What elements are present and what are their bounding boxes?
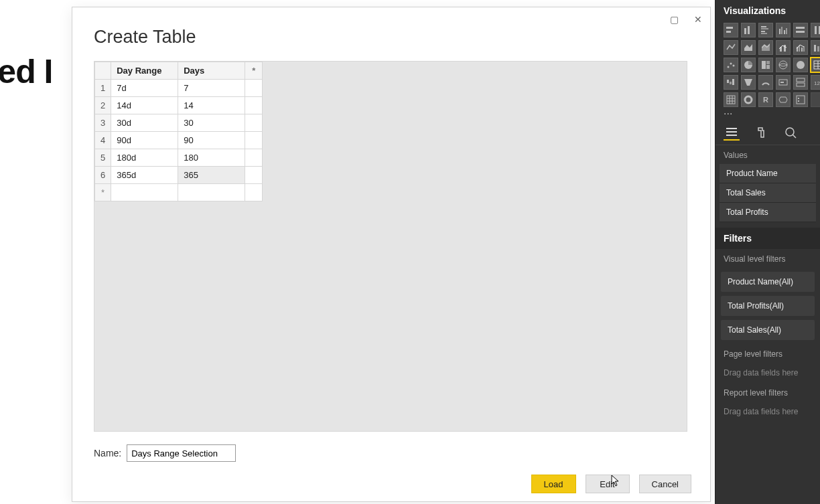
analytics-tab-icon[interactable] xyxy=(782,124,799,141)
clustered-bar-chart-icon[interactable] xyxy=(758,23,773,37)
line-clustered-column-icon[interactable] xyxy=(793,40,808,55)
value-field-chip[interactable]: Total Profits xyxy=(720,203,816,222)
waterfall-chart-icon[interactable] xyxy=(724,75,738,90)
line-chart-icon[interactable] xyxy=(724,40,738,55)
cell-dayrange[interactable] xyxy=(111,184,178,201)
cell-empty[interactable] xyxy=(245,80,263,97)
gauge-icon[interactable] xyxy=(758,75,773,90)
custom-visual-placeholder-icon[interactable] xyxy=(811,92,820,107)
visual-filter-chip[interactable]: Product Name(All) xyxy=(721,272,815,292)
value-field-chip[interactable]: Product Name xyxy=(720,164,816,183)
cell-dayrange[interactable]: 90d xyxy=(111,132,178,149)
arcgis-map-icon[interactable] xyxy=(776,92,791,107)
scatter-chart-icon[interactable] xyxy=(724,58,738,72)
report-level-drop-area[interactable]: Drag data fields here xyxy=(715,402,820,422)
multi-row-card-icon[interactable] xyxy=(793,75,808,90)
svg-rect-0 xyxy=(726,27,733,29)
table-row[interactable]: 3 30d 30 xyxy=(95,114,263,132)
column-header-days[interactable]: Days xyxy=(178,62,245,80)
clustered-column-chart-icon[interactable] xyxy=(776,23,791,37)
row-number: 3 xyxy=(95,114,111,132)
cell-days[interactable]: 30 xyxy=(178,114,245,132)
svg-rect-13 xyxy=(796,31,805,33)
table-row[interactable]: 6 365d 365 xyxy=(95,167,263,184)
new-row[interactable]: * xyxy=(95,184,263,201)
kpi-icon[interactable]: 123 xyxy=(811,75,820,90)
area-chart-icon[interactable] xyxy=(741,40,756,55)
format-tab-icon[interactable] xyxy=(753,124,769,141)
cell-dayrange[interactable]: 14d xyxy=(111,97,178,114)
table-name-input[interactable] xyxy=(127,444,236,462)
cell-dayrange[interactable]: 180d xyxy=(111,149,178,167)
load-button[interactable]: Load xyxy=(531,475,576,493)
treemap-icon[interactable] xyxy=(758,58,773,72)
svg-rect-54 xyxy=(798,98,799,99)
svg-rect-10 xyxy=(784,30,785,34)
stacked-area-chart-icon[interactable] xyxy=(758,40,773,55)
cell-dayrange[interactable]: 30d xyxy=(111,114,178,132)
visualization-picker: 123 R xyxy=(715,19,820,110)
funnel-chart-icon[interactable] xyxy=(741,75,756,90)
close-button[interactable]: ✕ xyxy=(686,10,710,29)
cell-days[interactable]: 7 xyxy=(178,80,245,97)
edit-button[interactable]: Edit xyxy=(586,475,630,493)
r-visual-icon[interactable]: R xyxy=(758,92,773,107)
report-level-filters-label: Report level filters xyxy=(715,383,820,402)
page-level-drop-area[interactable]: Drag data fields here xyxy=(715,363,820,383)
cell-days[interactable]: 90 xyxy=(178,132,245,149)
cell-empty[interactable] xyxy=(245,97,263,114)
svg-rect-12 xyxy=(796,27,805,29)
row-number: 5 xyxy=(95,149,111,167)
column-header-dayrange[interactable]: Day Range xyxy=(111,62,178,80)
maximize-button[interactable]: ▢ xyxy=(662,10,686,29)
map-icon[interactable] xyxy=(776,58,791,72)
slicer-icon[interactable] xyxy=(793,92,808,107)
table-row[interactable]: 4 90d 90 xyxy=(95,132,263,149)
hundred-stacked-bar-icon[interactable] xyxy=(793,23,808,37)
table-row[interactable]: 1 7d 7 xyxy=(95,80,263,97)
cell-dayrange[interactable]: 7d xyxy=(111,80,178,97)
svg-rect-39 xyxy=(730,82,732,84)
row-number: 6 xyxy=(95,167,111,184)
cancel-button[interactable]: Cancel xyxy=(639,475,691,493)
more-visuals-icon[interactable]: ··· xyxy=(715,110,820,119)
ribbon-chart-icon[interactable] xyxy=(811,40,820,55)
visual-filter-chip[interactable]: Total Sales(All) xyxy=(721,320,815,340)
fields-tab-icon[interactable] xyxy=(724,124,740,141)
page-level-filters-label: Page level filters xyxy=(715,344,820,363)
svg-rect-29 xyxy=(762,61,766,69)
value-field-chip[interactable]: Total Sales xyxy=(720,183,816,203)
create-table-dialog: ▢ ✕ Create Table Day Range Days * 1 7d 7 xyxy=(72,7,711,502)
cell-days[interactable]: 365 xyxy=(178,167,245,184)
svg-rect-22 xyxy=(814,45,816,52)
cell-days[interactable] xyxy=(178,184,245,201)
card-icon[interactable] xyxy=(776,75,791,90)
svg-rect-56 xyxy=(726,128,737,129)
pie-chart-icon[interactable] xyxy=(741,58,756,72)
visual-filter-chip[interactable]: Total Profits(All) xyxy=(721,296,815,316)
table-row[interactable]: 5 180d 180 xyxy=(95,149,263,167)
cell-dayrange[interactable]: 365d xyxy=(111,167,178,184)
filled-map-icon[interactable] xyxy=(793,58,808,72)
table-row[interactable]: 2 14d 14 xyxy=(95,97,263,114)
svg-rect-8 xyxy=(779,29,780,34)
cell-empty[interactable] xyxy=(245,114,263,132)
stacked-bar-chart-icon[interactable] xyxy=(724,23,738,37)
line-stacked-column-icon[interactable] xyxy=(776,40,791,55)
cell-empty[interactable] xyxy=(245,167,263,184)
enter-data-grid[interactable]: Day Range Days * 1 7d 7 2 14d 14 xyxy=(94,62,263,201)
svg-rect-3 xyxy=(748,26,750,34)
table-visual-icon[interactable] xyxy=(811,58,820,72)
svg-rect-6 xyxy=(761,31,765,32)
cell-empty[interactable] xyxy=(245,184,263,201)
add-column-header[interactable]: * xyxy=(245,62,263,80)
cell-empty[interactable] xyxy=(245,132,263,149)
matrix-icon[interactable] xyxy=(724,92,738,107)
hundred-stacked-column-icon[interactable] xyxy=(811,23,820,37)
cell-days[interactable]: 14 xyxy=(178,97,245,114)
cell-days[interactable]: 180 xyxy=(178,149,245,167)
stacked-column-chart-icon[interactable] xyxy=(741,23,756,37)
table-editor-area[interactable]: Day Range Days * 1 7d 7 2 14d 14 xyxy=(94,61,687,432)
donut-chart-icon[interactable] xyxy=(741,92,756,107)
cell-empty[interactable] xyxy=(245,149,263,167)
